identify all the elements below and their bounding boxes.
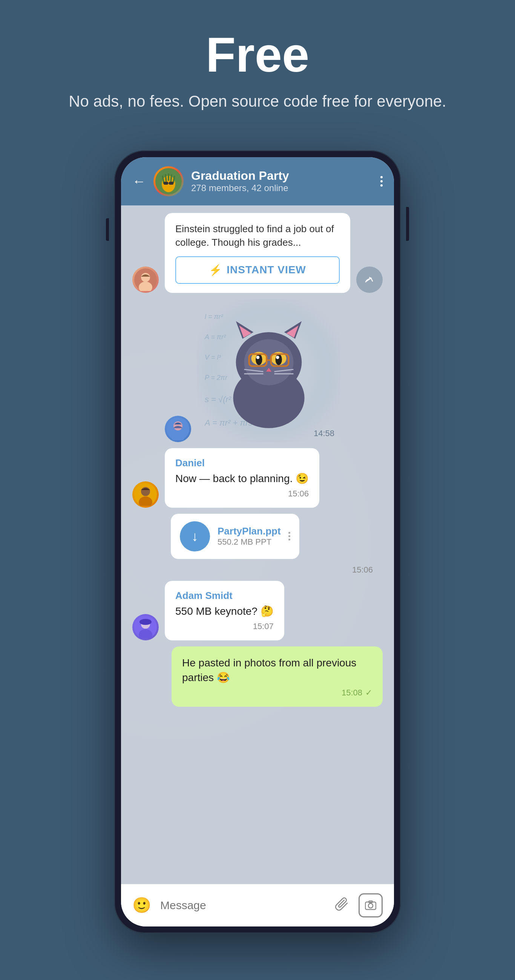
chat-area: Einstein struggled to find a job out of … xyxy=(121,205,394,884)
group-info: Graduation Party 278 members, 42 online xyxy=(191,169,373,193)
file-download-button[interactable]: ↓ xyxy=(180,521,210,551)
sticker-time: 14:58 xyxy=(314,429,335,438)
sender-name-adam: Adam Smidt xyxy=(175,590,274,601)
dot xyxy=(289,535,290,537)
emoji-button[interactable]: 🙂 xyxy=(132,896,151,914)
svg-rect-8 xyxy=(169,182,174,185)
message-input[interactable] xyxy=(160,899,326,912)
svg-point-43 xyxy=(139,619,151,625)
svg-point-27 xyxy=(257,355,260,359)
svg-point-28 xyxy=(276,355,279,359)
sticker-area: l = πr² A = πr² V = l³ P = 2πr s = √(r² … xyxy=(197,299,340,442)
sender-name-daniel: Daniel xyxy=(175,457,309,469)
adam-message-row: Adam Smidt 550 MB keynote? 🤔 15:07 xyxy=(132,581,383,640)
link-preview-text: Einstein struggled to find a job out of … xyxy=(175,222,340,250)
adam-bubble: Adam Smidt 550 MB keynote? 🤔 15:07 xyxy=(165,581,284,640)
sender-avatar-2 xyxy=(165,416,191,442)
svg-point-22 xyxy=(244,339,294,385)
file-name: PartyPlan.ppt xyxy=(218,525,281,537)
message-meta: 15:06 xyxy=(175,489,309,499)
file-more-button[interactable] xyxy=(289,532,290,541)
dot xyxy=(380,184,383,186)
hero-subtitle: No ads, no fees. Open source code free f… xyxy=(15,91,500,113)
svg-rect-4 xyxy=(168,173,169,181)
attach-button[interactable] xyxy=(335,896,349,914)
download-arrow-icon: ↓ xyxy=(191,528,198,544)
lightning-icon: ⚡ xyxy=(209,264,222,276)
svg-point-45 xyxy=(368,904,373,908)
svg-point-25 xyxy=(256,354,262,365)
daniel-avatar xyxy=(132,481,159,508)
group-name: Graduation Party xyxy=(191,169,373,183)
phone-wrapper: ← xyxy=(114,150,401,933)
svg-rect-7 xyxy=(164,182,168,185)
file-message-row: ↓ PartyPlan.ppt 550.2 MB PPT xyxy=(132,514,383,559)
file-time-row: 15:06 xyxy=(132,565,383,575)
group-meta: 278 members, 42 online xyxy=(191,183,373,193)
dot xyxy=(289,539,290,541)
sent-message-row: He pasted in photos from all previous pa… xyxy=(132,646,383,707)
daniel-time: 15:06 xyxy=(288,489,309,499)
back-button[interactable]: ← xyxy=(132,173,146,189)
sent-time: 15:08 xyxy=(341,688,362,698)
sender-avatar xyxy=(132,266,159,293)
forward-button[interactable] xyxy=(356,266,383,293)
hero-section: Free No ads, no fees. Open source code f… xyxy=(0,0,515,135)
svg-point-26 xyxy=(275,354,282,365)
phone-frame: ← xyxy=(114,150,401,933)
link-bubble: Einstein struggled to find a job out of … xyxy=(165,213,350,293)
svg-point-11 xyxy=(141,273,150,282)
file-size: 550.2 MB PPT xyxy=(218,537,281,547)
dot xyxy=(289,532,290,534)
adam-text: 550 MB keynote? 🤔 xyxy=(175,604,274,619)
read-checkmark: ✓ xyxy=(365,688,372,698)
daniel-message-row: Daniel Now — back to planning. 😉 15:06 xyxy=(132,448,383,508)
group-avatar xyxy=(153,166,183,196)
daniel-text: Now — back to planning. 😉 xyxy=(175,471,309,486)
adam-meta: 15:07 xyxy=(175,622,274,632)
dot xyxy=(380,180,383,183)
instant-view-label: INSTANT VIEW xyxy=(226,264,306,276)
hero-title: Free xyxy=(15,30,500,79)
volume-button xyxy=(106,218,109,241)
sent-text: He pasted in photos from all previous pa… xyxy=(182,655,372,685)
dot xyxy=(380,176,383,178)
adam-avatar xyxy=(132,614,159,640)
more-button[interactable] xyxy=(380,176,383,186)
phone-screen: ← xyxy=(121,157,394,926)
sent-meta: 15:08 ✓ xyxy=(182,688,372,698)
file-time: 15:06 xyxy=(352,565,376,575)
power-button xyxy=(406,207,409,241)
chat-header: ← xyxy=(121,157,394,205)
file-info: PartyPlan.ppt 550.2 MB PPT xyxy=(218,525,281,547)
camera-button[interactable] xyxy=(359,893,383,918)
sticker-message: l = πr² A = πr² V = l³ P = 2πr s = √(r² … xyxy=(132,299,383,442)
sent-bubble: He pasted in photos from all previous pa… xyxy=(172,646,383,707)
daniel-bubble: Daniel Now — back to planning. 😉 15:06 xyxy=(165,448,319,508)
message-input-area: 🙂 xyxy=(121,884,394,926)
file-bubble: ↓ PartyPlan.ppt 550.2 MB PPT xyxy=(171,514,299,559)
cat-sticker xyxy=(212,310,325,431)
adam-time: 15:07 xyxy=(253,622,274,632)
instant-view-button[interactable]: ⚡ INSTANT VIEW xyxy=(175,256,340,284)
link-preview-message: Einstein struggled to find a job out of … xyxy=(132,213,383,293)
